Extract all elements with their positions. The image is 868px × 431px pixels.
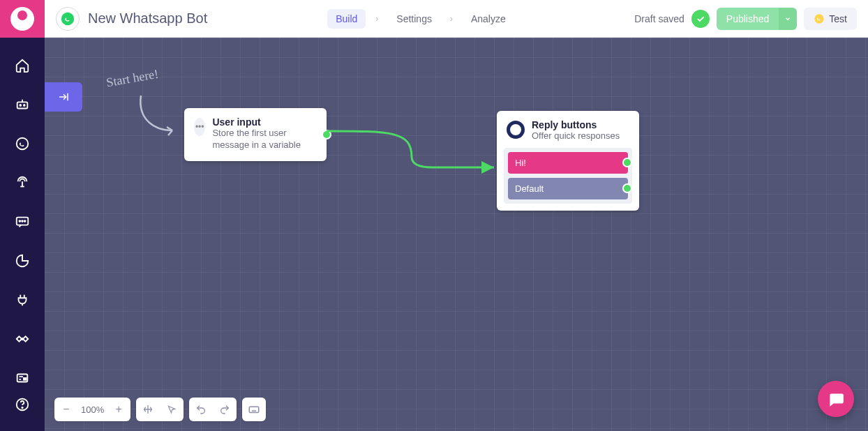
start-here-hint: Start here! <box>106 71 158 86</box>
reply-option-hi[interactable]: Hi! <box>508 152 628 174</box>
tab-bar: Build › Settings › Analyze <box>327 9 514 29</box>
brand-logo[interactable] <box>0 0 45 38</box>
test-label: Test <box>829 13 847 24</box>
zoom-out-button[interactable]: − <box>54 398 78 421</box>
entry-point-button[interactable] <box>45 82 82 112</box>
redo-button[interactable] <box>213 398 237 421</box>
whatsapp-icon <box>814 13 825 24</box>
arrow-right-bar-icon <box>57 91 70 103</box>
support-chat-button[interactable] <box>818 381 854 417</box>
radio-icon <box>507 121 525 139</box>
top-bar: New Whatsapp Bot Build › Settings › Anal… <box>45 0 868 38</box>
node-title: Reply buttons <box>532 119 620 130</box>
message-icon[interactable] <box>10 209 35 234</box>
output-port[interactable] <box>622 183 632 193</box>
tab-settings[interactable]: Settings <box>388 9 440 29</box>
option-label: Hi! <box>515 158 526 168</box>
chevron-down-icon <box>784 15 791 22</box>
form-icon[interactable] <box>10 365 35 391</box>
node-user-input[interactable]: ••• User input Store the first user mess… <box>184 108 327 161</box>
node-reply-buttons[interactable]: Reply buttons Offer quick responses Hi! … <box>497 111 639 211</box>
test-button[interactable]: Test <box>804 8 857 30</box>
svg-rect-14 <box>250 407 260 412</box>
chat-icon <box>827 390 845 408</box>
canvas-toolbar: − 100% + <box>54 398 266 421</box>
publish-dropdown[interactable] <box>779 8 797 30</box>
publish-button-group: Published <box>717 8 798 30</box>
speech-bubble-icon: ••• <box>194 118 205 136</box>
svg-point-13 <box>815 14 824 23</box>
edge-connector <box>321 108 502 178</box>
whatsapp-logo-icon <box>56 7 80 31</box>
check-icon <box>691 10 710 28</box>
select-tool-button[interactable] <box>160 398 184 421</box>
separator: › <box>375 14 378 24</box>
svg-point-3 <box>17 138 29 150</box>
svg-point-1 <box>20 105 21 106</box>
node-description: Store the first user message in a variab… <box>212 128 317 151</box>
svg-point-2 <box>24 105 25 106</box>
analytics-icon[interactable] <box>10 248 35 273</box>
option-label: Default <box>515 183 544 194</box>
keyboard-shortcut-button[interactable] <box>242 398 266 421</box>
tool-controls <box>136 398 184 421</box>
pan-tool-button[interactable] <box>136 398 160 421</box>
arrow-curve-icon <box>134 92 183 148</box>
broadcast-icon[interactable] <box>10 170 35 195</box>
page-title[interactable]: New Whatsapp Bot <box>88 10 207 27</box>
svg-point-12 <box>61 12 74 24</box>
draft-status: Draft saved <box>634 13 684 24</box>
svg-point-6 <box>22 220 23 222</box>
keyboard-icon <box>242 398 266 421</box>
home-icon[interactable] <box>10 53 35 78</box>
publish-button[interactable]: Published <box>717 8 779 30</box>
svg-point-5 <box>19 220 20 222</box>
node-title: User input <box>212 116 317 128</box>
history-controls <box>189 398 237 421</box>
tab-build[interactable]: Build <box>327 9 366 29</box>
svg-point-11 <box>22 407 22 408</box>
whatsapp-icon[interactable] <box>10 131 35 156</box>
logo-icon <box>10 7 34 31</box>
zoom-in-button[interactable]: + <box>107 398 130 421</box>
tab-analyze[interactable]: Analyze <box>463 9 514 29</box>
help-icon[interactable] <box>10 392 35 417</box>
flow-canvas[interactable]: Start here! ••• User input Store the fir… <box>45 38 868 431</box>
svg-rect-9 <box>24 378 27 380</box>
reply-option-default[interactable]: Default <box>508 178 628 199</box>
output-port[interactable] <box>622 158 632 167</box>
separator: › <box>450 14 453 24</box>
zoom-level: 100% <box>78 404 107 415</box>
handshake-icon[interactable] <box>10 326 35 351</box>
output-port[interactable] <box>322 130 331 139</box>
node-description: Offer quick responses <box>532 130 620 142</box>
plug-icon[interactable] <box>10 287 35 312</box>
svg-rect-0 <box>17 102 28 108</box>
app-sidebar <box>0 0 45 431</box>
undo-button[interactable] <box>189 398 213 421</box>
bot-icon[interactable] <box>10 92 35 117</box>
zoom-controls: − 100% + <box>54 398 130 421</box>
svg-point-7 <box>24 220 26 222</box>
